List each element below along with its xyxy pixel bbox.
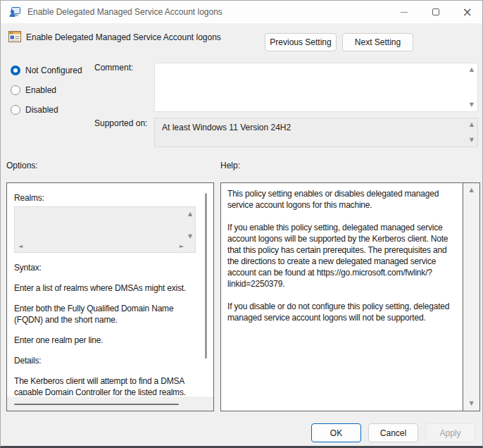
syntax-line: Enter a list of realms where DMSAs might…: [14, 282, 202, 294]
help-panel: This policy setting enables or disables …: [220, 182, 480, 411]
radio-unselected-icon[interactable]: [11, 105, 20, 115]
supported-on-box: At least Windows 11 Version 24H2 ▲ ▼: [154, 118, 478, 147]
options-content: Realms: ▲ ▼ ◄ ► Syntax: Enter a list of …: [14, 193, 202, 395]
policy-icon: [8, 30, 21, 43]
scroll-down-icon[interactable]: ▼: [470, 137, 474, 143]
minimize-button[interactable]: [388, 1, 420, 23]
radio-unselected-icon[interactable]: [11, 85, 20, 95]
scroll-down-icon[interactable]: ▼: [470, 102, 474, 108]
syntax-heading: Syntax:: [14, 262, 202, 273]
scroll-up-icon[interactable]: ▲: [188, 211, 192, 217]
scroll-right-icon[interactable]: ►: [180, 244, 184, 249]
app-icon: [9, 6, 20, 18]
scroll-down-icon[interactable]: ▼: [469, 401, 473, 406]
radio-not-configured[interactable]: Not Configured: [11, 66, 82, 75]
syntax-line: Enter one realm per line.: [14, 335, 202, 346]
help-content: This policy setting enables or disables …: [227, 188, 457, 335]
ok-button[interactable]: OK: [311, 423, 361, 442]
radio-disabled-label: Disabled: [25, 105, 58, 115]
cancel-label: Cancel: [380, 428, 406, 438]
horizontal-scrollbar-thumb[interactable]: [14, 404, 179, 405]
maximize-icon: [432, 8, 439, 15]
options-horizontal-scrollbar[interactable]: [7, 397, 213, 411]
options-section-label: Options:: [6, 161, 38, 170]
details-heading: Details:: [14, 355, 202, 366]
previous-setting-button[interactable]: Previous Setting: [265, 33, 337, 51]
syntax-line: Enter both the Fully Qualified Domain Na…: [14, 303, 202, 325]
scroll-up-icon[interactable]: ▲: [470, 122, 474, 127]
cancel-button[interactable]: Cancel: [368, 423, 418, 442]
radio-enabled-label: Enabled: [25, 85, 56, 95]
previous-setting-label: Previous Setting: [270, 37, 331, 47]
help-paragraph: If you disable or do not configure this …: [227, 301, 457, 323]
options-panel: Realms: ▲ ▼ ◄ ► Syntax: Enter a list of …: [6, 182, 214, 411]
help-section-label: Help:: [220, 161, 240, 170]
radio-selected-icon[interactable]: [11, 66, 20, 75]
close-icon: ×: [462, 6, 472, 18]
window-title: Enable Delegated Managed Service Account…: [27, 7, 222, 17]
radio-not-configured-label: Not Configured: [25, 66, 82, 75]
titlebar: Enable Delegated Managed Service Account…: [1, 1, 482, 23]
apply-label: Apply: [439, 428, 460, 438]
help-paragraph: If you enable this policy setting, deleg…: [227, 222, 457, 290]
scroll-up-icon[interactable]: ▲: [469, 187, 473, 193]
close-button[interactable]: ×: [451, 1, 483, 23]
realms-label: Realms:: [14, 193, 202, 203]
maximize-button[interactable]: [420, 1, 451, 23]
vertical-scrollbar-thumb[interactable]: [205, 193, 207, 359]
scroll-up-icon[interactable]: ▲: [470, 67, 474, 73]
policy-setting-dialog: Enable Delegated Managed Service Account…: [0, 0, 483, 448]
help-vertical-scrollbar[interactable]: ▲ ▼: [463, 183, 479, 411]
realms-textbox: ▲ ▼ ◄ ►: [14, 206, 196, 253]
ok-label: OK: [330, 428, 342, 438]
next-setting-button[interactable]: Next Setting: [342, 33, 413, 51]
radio-enabled[interactable]: Enabled: [11, 85, 56, 95]
comment-label: Comment:: [94, 63, 133, 73]
scroll-left-icon[interactable]: ◄: [18, 244, 23, 249]
comment-textarea[interactable]: ▲ ▼: [154, 63, 478, 112]
minimize-icon: [401, 12, 408, 13]
help-paragraph: This policy setting enables or disables …: [227, 188, 457, 211]
apply-button: Apply: [425, 423, 475, 442]
supported-on-label: Supported on:: [94, 118, 147, 128]
setting-title: Enable Delegated Managed Service Account…: [26, 32, 221, 42]
scroll-down-icon[interactable]: ▼: [188, 234, 192, 239]
supported-on-value: At least Windows 11 Version 24H2: [162, 123, 291, 132]
next-setting-label: Next Setting: [355, 37, 401, 47]
details-line: The Kerberos client will attempt to find…: [14, 375, 202, 395]
radio-disabled[interactable]: Disabled: [11, 105, 58, 115]
